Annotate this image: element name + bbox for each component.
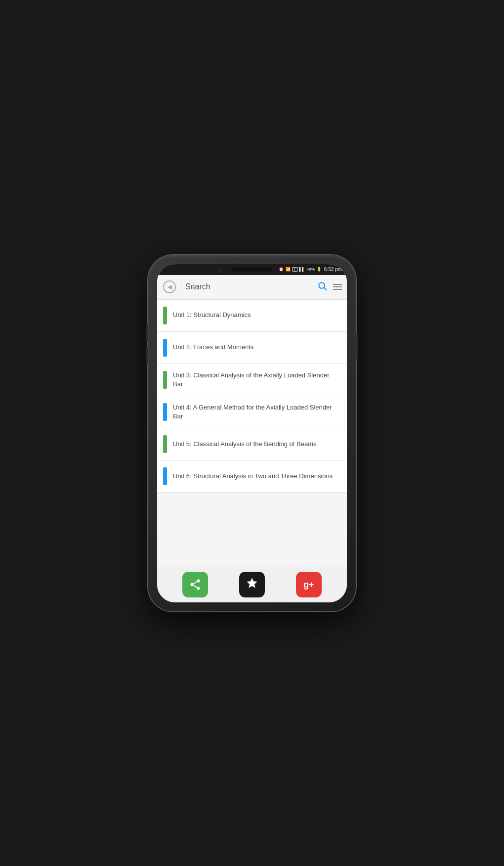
battery-label: 49%	[307, 267, 315, 272]
list-item[interactable]: Unit 6: Structural Analysis in Two and T…	[157, 460, 347, 493]
bottom-toolbar: g+	[157, 567, 347, 602]
top-bar: ◀ Search	[157, 275, 347, 300]
list-item[interactable]: Unit 3: Classical Analysis of the Axiall…	[157, 364, 347, 396]
status-time: 6:52 pm	[324, 267, 342, 272]
star-icon	[246, 577, 258, 593]
color-indicator	[163, 339, 167, 357]
favorite-button[interactable]	[239, 572, 265, 597]
list-item[interactable]: Unit 4: A General Method for the Axially…	[157, 396, 347, 428]
unit-title: Unit 1: Structural Dynamics	[173, 311, 341, 319]
phone-frame: ⏰ 📶 1 ▌▌ 49% 🔋 6:52 pm ◀ Search	[148, 255, 356, 611]
share-icon	[189, 578, 202, 591]
back-button[interactable]: ◀	[162, 279, 177, 294]
phone-screen: ⏰ 📶 1 ▌▌ 49% 🔋 6:52 pm ◀ Search	[157, 264, 347, 602]
unit-title: Unit 4: A General Method for the Axially…	[173, 403, 341, 421]
unit-title: Unit 3: Classical Analysis of the Axiall…	[173, 371, 341, 389]
color-indicator	[163, 435, 167, 453]
unit-list: Unit 1: Structural Dynamics Unit 2: Forc…	[157, 300, 347, 567]
color-indicator	[163, 403, 167, 421]
status-icons: ⏰ 📶 1 ▌▌ 49% 🔋	[279, 267, 322, 272]
menu-icon[interactable]	[333, 284, 342, 290]
top-bar-title: Search	[185, 282, 313, 291]
share-button[interactable]	[182, 572, 208, 597]
camera	[217, 268, 222, 273]
gplus-button[interactable]: g+	[296, 572, 322, 597]
color-indicator	[163, 467, 167, 485]
signal-icon: ▌▌	[299, 267, 305, 272]
unit-title: Unit 6: Structural Analysis in Two and T…	[173, 472, 341, 481]
alarm-icon: ⏰	[279, 267, 284, 272]
battery-icon: 🔋	[317, 267, 322, 272]
color-indicator	[163, 307, 167, 324]
list-item[interactable]: Unit 2: Forces and Moments	[157, 332, 347, 364]
top-bar-icons	[317, 281, 342, 293]
speaker	[232, 268, 272, 272]
sim-icon: 1	[293, 267, 297, 272]
vol-up-button[interactable]	[146, 324, 148, 342]
vol-down-button[interactable]	[146, 347, 148, 364]
list-item[interactable]: Unit 1: Structural Dynamics	[157, 300, 347, 332]
back-icon: ◀	[163, 280, 176, 293]
list-item[interactable]: Unit 5: Classical Analysis of the Bendin…	[157, 428, 347, 460]
search-icon[interactable]	[317, 281, 327, 293]
wifi-icon: 📶	[286, 267, 291, 272]
top-bar-divider	[181, 280, 181, 294]
gplus-icon: g+	[303, 580, 314, 590]
app-screen: ⏰ 📶 1 ▌▌ 49% 🔋 6:52 pm ◀ Search	[157, 264, 347, 602]
svg-line-1	[324, 287, 327, 290]
power-button[interactable]	[356, 334, 358, 359]
color-indicator	[163, 371, 167, 389]
unit-title: Unit 5: Classical Analysis of the Bendin…	[173, 440, 341, 449]
unit-title: Unit 2: Forces and Moments	[173, 343, 341, 352]
